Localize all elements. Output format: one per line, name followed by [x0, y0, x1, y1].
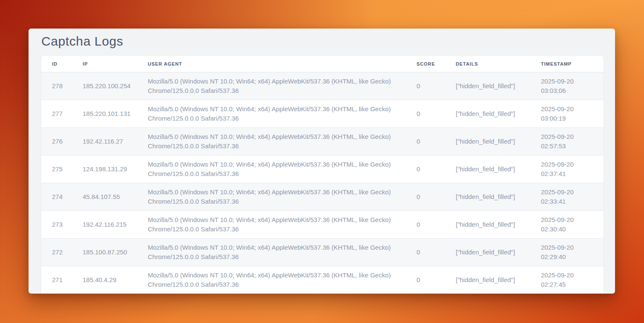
cell-score: 0	[406, 127, 445, 155]
log-table-row: 271 185.40.4.29 Mozilla/5.0 (Windows NT …	[41, 266, 604, 294]
cell-score: 0	[406, 72, 445, 100]
cell-details: ["hidden_field_filled"]	[445, 266, 530, 294]
cell-details: ["hidden_field_filled"]	[445, 211, 530, 238]
cell-details: ["hidden_field_filled"]	[445, 100, 530, 127]
cell-timestamp: 2025-09-20 02:27:45	[530, 266, 604, 294]
column-header-timestamp: TIMESTAMP	[530, 56, 604, 72]
cell-id: 271	[41, 266, 72, 294]
cell-timestamp: 2025-09-20 02:37:41	[530, 155, 604, 183]
cell-score: 0	[406, 183, 445, 211]
column-header-id: ID	[41, 56, 72, 72]
cell-details: ["hidden_field_filled"]	[445, 155, 530, 183]
page-title: Captcha Logs	[41, 33, 123, 50]
cell-details: ["hidden_field_filled"]	[445, 72, 530, 100]
log-table-row: 278 185.220.100.254 Mozilla/5.0 (Windows…	[41, 72, 604, 100]
log-table-row: 273 192.42.116.215 Mozilla/5.0 (Windows …	[41, 211, 604, 238]
captcha-logs-card: Captcha Logs ID IP USER AGENT SCORE DETA…	[29, 29, 615, 294]
cell-user-agent: Mozilla/5.0 (Windows NT 10.0; Win64; x64…	[137, 183, 406, 211]
logs-table-container: ID IP USER AGENT SCORE DETAILS TIMESTAMP…	[41, 56, 604, 294]
log-table-row: 276 192.42.116.27 Mozilla/5.0 (Windows N…	[41, 127, 604, 155]
cell-timestamp: 2025-09-20 03:00:19	[530, 100, 604, 127]
cell-user-agent: Mozilla/5.0 (Windows NT 10.0; Win64; x64…	[137, 127, 406, 155]
cell-score: 0	[406, 238, 445, 266]
column-header-user-agent: USER AGENT	[137, 56, 406, 72]
cell-timestamp: 2025-09-20 02:57:53	[530, 127, 604, 155]
log-table-row: 277 185.220.101.131 Mozilla/5.0 (Windows…	[41, 100, 604, 127]
cell-ip: 192.42.116.215	[72, 211, 137, 238]
cell-score: 0	[406, 211, 445, 238]
cell-user-agent: Mozilla/5.0 (Windows NT 10.0; Win64; x64…	[137, 100, 406, 127]
log-table-row: 274 45.84.107.55 Mozilla/5.0 (Windows NT…	[41, 183, 604, 211]
cell-user-agent: Mozilla/5.0 (Windows NT 10.0; Win64; x64…	[137, 155, 406, 183]
cell-ip: 185.100.87.250	[72, 238, 137, 266]
log-table-row: 275 124.198.131.29 Mozilla/5.0 (Windows …	[41, 155, 604, 183]
cell-user-agent: Mozilla/5.0 (Windows NT 10.0; Win64; x64…	[137, 72, 406, 100]
column-header-ip: IP	[72, 56, 137, 72]
cell-user-agent: Mozilla/5.0 (Windows NT 10.0; Win64; x64…	[137, 266, 406, 294]
cell-score: 0	[406, 155, 445, 183]
cell-timestamp: 2025-09-20 02:29:40	[530, 238, 604, 266]
table-header-row: ID IP USER AGENT SCORE DETAILS TIMESTAMP	[41, 56, 604, 72]
cell-score: 0	[406, 100, 445, 127]
cell-id: 278	[41, 72, 72, 100]
logs-table: ID IP USER AGENT SCORE DETAILS TIMESTAMP…	[41, 56, 604, 294]
cell-ip: 185.220.101.131	[72, 100, 137, 127]
cell-id: 273	[41, 211, 72, 238]
cell-ip: 185.220.100.254	[72, 72, 137, 100]
logs-table-body: 278 185.220.100.254 Mozilla/5.0 (Windows…	[41, 72, 604, 294]
cell-ip: 45.84.107.55	[72, 183, 137, 211]
cell-ip: 192.42.116.27	[72, 127, 137, 155]
column-header-score: SCORE	[406, 56, 445, 72]
cell-id: 274	[41, 183, 72, 211]
cell-user-agent: Mozilla/5.0 (Windows NT 10.0; Win64; x64…	[137, 211, 406, 238]
log-table-row: 272 185.100.87.250 Mozilla/5.0 (Windows …	[41, 238, 604, 266]
cell-timestamp: 2025-09-20 02:30:40	[530, 211, 604, 238]
cell-timestamp: 2025-09-20 03:03:06	[530, 72, 604, 100]
cell-id: 272	[41, 238, 72, 266]
cell-id: 275	[41, 155, 72, 183]
cell-ip: 124.198.131.29	[72, 155, 137, 183]
cell-id: 277	[41, 100, 72, 127]
cell-timestamp: 2025-09-20 02:33:41	[530, 183, 604, 211]
cell-user-agent: Mozilla/5.0 (Windows NT 10.0; Win64; x64…	[137, 238, 406, 266]
cell-details: ["hidden_field_filled"]	[445, 183, 530, 211]
cell-details: ["hidden_field_filled"]	[445, 127, 530, 155]
column-header-details: DETAILS	[445, 56, 530, 72]
cell-score: 0	[406, 266, 445, 294]
cell-ip: 185.40.4.29	[72, 266, 137, 294]
cell-id: 276	[41, 127, 72, 155]
cell-details: ["hidden_field_filled"]	[445, 238, 530, 266]
